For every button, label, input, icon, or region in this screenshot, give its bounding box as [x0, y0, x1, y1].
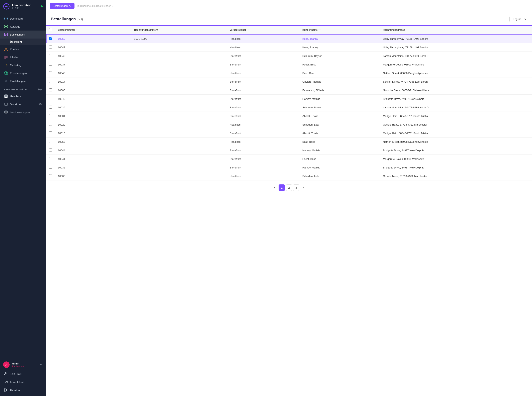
- sort-icon[interactable]: ···: [76, 28, 78, 32]
- user-profile-item[interactable]: A admin Administrator: [0, 360, 46, 370]
- sidebar-item-kunden[interactable]: Kunden: [0, 45, 46, 53]
- svg-rect-8: [4, 56, 8, 57]
- svg-rect-4: [5, 27, 6, 28]
- sidebar-item-marketing[interactable]: Marketing: [0, 61, 46, 69]
- user-icon: [4, 372, 8, 376]
- row-checkbox[interactable]: [49, 166, 52, 169]
- rechnungsnummern-cell: [131, 43, 227, 52]
- row-checkbox[interactable]: [49, 123, 52, 126]
- main-content: Bestellungen Bestellungen (60) English: [46, 0, 532, 396]
- customer-name: Harvey, Matilda: [300, 163, 380, 172]
- sort-icon[interactable]: ···: [406, 28, 408, 32]
- sidebar-item-einstellungen[interactable]: Einstellungen: [0, 77, 46, 85]
- rechnungsadresse-cell: Schiller Lakes, 74724-7956 East Laron: [380, 77, 532, 86]
- storefront-visibility-icon[interactable]: [39, 103, 42, 106]
- sidebar-subitem-ubersicht[interactable]: Übersicht: [0, 39, 46, 45]
- sidebar-item-storefront[interactable]: Storefront: [0, 100, 46, 108]
- row-checkbox[interactable]: [49, 140, 52, 143]
- row-checkbox[interactable]: [49, 114, 52, 117]
- order-number: 10041: [55, 155, 131, 163]
- table-row: 10036StorefrontHarvey, MatildaBridgette …: [46, 163, 532, 172]
- sidebar-item-label: Kunden: [10, 48, 19, 51]
- table-row: 10046StorefrontSchumm, DaytonLarson Moun…: [46, 52, 532, 60]
- sidebar-item-headless[interactable]: Headless: [0, 92, 46, 100]
- page-3-button[interactable]: 3: [293, 184, 299, 191]
- content-icon: [4, 55, 8, 59]
- row-checkbox[interactable]: [49, 71, 52, 74]
- select-all-checkbox[interactable]: [49, 28, 52, 31]
- next-page-button[interactable]: ›: [300, 184, 307, 191]
- sidebar-item-label: Headless: [10, 95, 21, 98]
- rechnungsnummern-cell: [131, 103, 227, 112]
- svg-point-19: [40, 104, 41, 105]
- sidebar-item-erweiterungen[interactable]: Erweiterungen: [0, 69, 46, 77]
- table-row: 10047HeadlessKoss, JoannyLibby Throughwa…: [46, 43, 532, 52]
- sidebar-item-shortcuts[interactable]: Tastenkürzel: [0, 378, 46, 386]
- verkaufskanal-cell: Storefront: [227, 103, 300, 112]
- order-number: 10000: [55, 86, 131, 95]
- sidebar-item-abmelden[interactable]: Abmelden: [0, 386, 46, 394]
- filter-button[interactable]: Bestellungen: [50, 3, 75, 9]
- order-number: 10010: [55, 129, 131, 138]
- svg-rect-26: [5, 382, 6, 383]
- verkaufskanal-cell: Headless: [227, 138, 300, 146]
- verkaufskanal-cell: Storefront: [227, 52, 300, 60]
- sidebar-item-inhalte[interactable]: Inhalte: [0, 53, 46, 61]
- customer-name: Harvey, Matilda: [300, 146, 380, 155]
- rechnungsadresse-cell: Nathen Street, 85008 Daughertycheste: [380, 69, 532, 77]
- svg-rect-5: [6, 27, 7, 28]
- customer-name: Abbott, Thalia: [300, 129, 380, 138]
- app-logo: [3, 3, 10, 10]
- extensions-icon: [4, 71, 8, 75]
- language-select[interactable]: English: [509, 16, 527, 22]
- row-checkbox[interactable]: [49, 46, 52, 48]
- order-number: 10045: [55, 69, 131, 77]
- keyboard-icon: [4, 380, 8, 384]
- prev-page-button[interactable]: ‹: [271, 184, 278, 191]
- page-2-button[interactable]: 2: [286, 184, 292, 191]
- row-checkbox[interactable]: [49, 174, 52, 177]
- sort-icon[interactable]: ···: [318, 28, 321, 32]
- table-row: 10006HeadlessSchaden, LetaGussie Trace, …: [46, 172, 532, 181]
- add-channel-button[interactable]: [38, 87, 42, 91]
- sidebar-nav: Dashboard Kataloge Bestellungen Übersich…: [0, 13, 46, 358]
- row-checkbox[interactable]: [49, 105, 52, 109]
- row-checkbox[interactable]: [49, 157, 52, 160]
- search-input[interactable]: [77, 4, 528, 7]
- sidebar-item-kataloge[interactable]: Kataloge: [0, 23, 46, 30]
- row-checkbox[interactable]: [49, 54, 52, 57]
- customer-name: Feest, Brisa: [300, 60, 380, 69]
- row-checkbox[interactable]: [49, 131, 52, 134]
- orders-table-container: Bestellnummer ··· Rechnungsnummern ···: [46, 25, 532, 181]
- page-1-button[interactable]: 1: [278, 184, 285, 191]
- sidebar-item-profil[interactable]: Dein Profil: [0, 370, 46, 378]
- row-checkbox[interactable]: [49, 149, 52, 151]
- sort-icon[interactable]: ···: [247, 28, 249, 32]
- verkaufskanal-cell: Headless: [227, 120, 300, 129]
- row-checkbox[interactable]: [49, 63, 52, 66]
- row-checkbox[interactable]: [49, 80, 52, 83]
- sidebar-item-bestellungen[interactable]: Bestellungen: [0, 30, 46, 39]
- customer-name-link[interactable]: Koss, Joanny: [302, 37, 318, 40]
- sidebar-item-label: Erweiterungen: [10, 72, 27, 75]
- svg-rect-25: [6, 381, 7, 382]
- svg-rect-10: [4, 58, 6, 58]
- svg-rect-2: [5, 25, 6, 26]
- sidebar-item-dashboard[interactable]: Dashboard: [0, 15, 46, 23]
- row-checkbox[interactable]: [49, 37, 52, 40]
- orders-icon: [4, 33, 8, 36]
- order-number: 10044: [55, 146, 131, 155]
- customer-name: Batz, Reed: [300, 138, 380, 146]
- verkaufskanal-cell: Storefront: [227, 129, 300, 138]
- order-number-link[interactable]: 10059: [58, 37, 65, 40]
- row-checkbox[interactable]: [49, 97, 52, 100]
- catalog-icon: [4, 24, 8, 29]
- order-number: 10006: [55, 172, 131, 181]
- table-row: 10044StorefrontHarvey, MatildaBridgette …: [46, 146, 532, 155]
- headless-channel-icon: [4, 94, 8, 98]
- row-checkbox[interactable]: [49, 88, 52, 91]
- collapse-menu-button[interactable]: Menü einklappen: [0, 108, 46, 117]
- orders-header: Bestellungen (60) English: [46, 12, 532, 25]
- col-verkaufskanal: Verkaufskanal ···: [227, 26, 300, 34]
- sort-icon[interactable]: ···: [159, 28, 161, 32]
